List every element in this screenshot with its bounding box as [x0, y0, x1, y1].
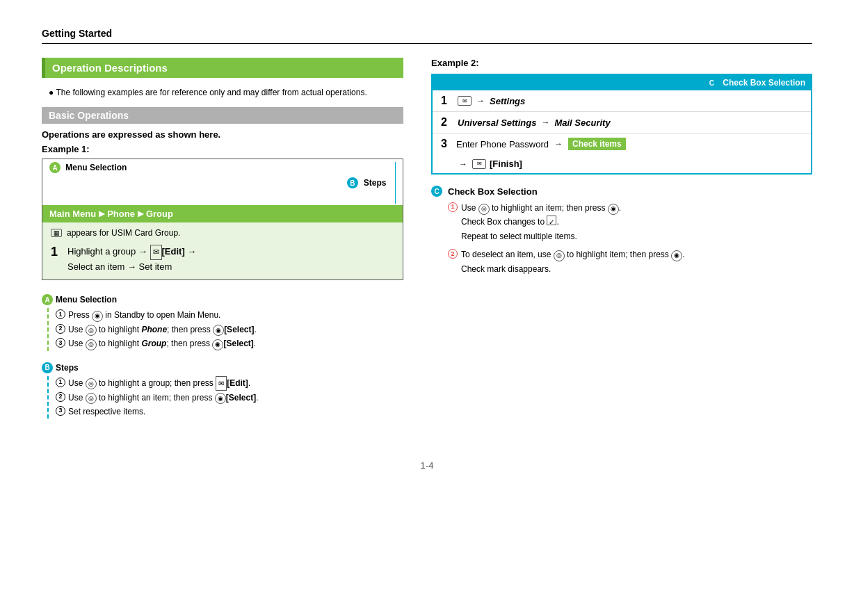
example2-box-title: Check Box Selection	[723, 78, 805, 88]
row2-text1: Universal Settings	[458, 117, 536, 128]
menu-bar: Main Menu ▶ Phone ▶ Group	[42, 205, 403, 222]
example1-intro-bold: Operations are expressed as shown here.	[42, 129, 403, 140]
checkbox-checked: ✓	[547, 216, 556, 225]
row3-line2: → ✉ [Finish]	[441, 159, 522, 169]
example2-row2: 2 Universal Settings → Mail Security	[433, 112, 811, 133]
nav-btn-b2: ◎	[86, 393, 97, 404]
left-column: Operation Descriptions The following exa…	[42, 58, 403, 419]
c-item2: 2 To deselect an item, use ◎ to highligh…	[448, 248, 812, 276]
section-label: Operation Descriptions	[52, 62, 168, 74]
select-btn-a3: ◉	[212, 339, 223, 350]
example2-row1: 1 ✉ → Settings	[433, 90, 811, 112]
basic-label: Basic Operations	[49, 110, 129, 121]
section-c-text: Check Box Selection	[448, 186, 538, 197]
header-a-label: Menu Selection	[65, 163, 127, 172]
annotation-a-section: A Menu Selection 1 Press ◉ in Standby to…	[42, 294, 403, 350]
example1-intro: Example 1:	[42, 144, 403, 154]
annotation-a-label: A Menu Selection	[42, 294, 403, 305]
menu-group: Group	[146, 209, 173, 219]
badge-c-section: C	[431, 186, 442, 197]
c-item1: 1 Use ◎ to highlight an item; then press…	[448, 201, 812, 243]
step1-text: Highlight a group → ✉[Edit] → Select an …	[67, 245, 196, 274]
section-operation-descriptions: Operation Descriptions	[42, 58, 403, 78]
page-footer: 1-4	[42, 460, 812, 471]
example1-box-header: A Menu Selection B Steps	[42, 159, 403, 205]
row3-line1: 3 Enter Phone Password → Check items	[441, 138, 626, 150]
usim-text: appears for USIM Card Group.	[67, 228, 180, 238]
row3-text1: Enter Phone Password	[456, 139, 549, 149]
row3-finish: [Finish]	[490, 159, 522, 169]
label-a-container: A Menu Selection	[49, 162, 127, 204]
usim-icon: ▦	[51, 229, 62, 237]
step1-row: 1 Highlight a group → ✉[Edit] → Select a…	[51, 245, 394, 274]
edit-button-icon: ✉	[150, 245, 162, 260]
example2-box-header: C Check Box Selection	[433, 75, 811, 90]
anno-a-item1: 1 Press ◉ in Standby to open Main Menu.	[56, 308, 403, 322]
example2-label: Example 2:	[431, 58, 812, 68]
step1-num: 1	[51, 245, 62, 260]
nav-btn-c2: ◎	[554, 250, 565, 261]
row2-step: 2	[441, 116, 452, 129]
section-basic-operations: Basic Operations	[42, 107, 403, 124]
anno-b-item2: 2 Use ◎ to highlight an item; then press…	[56, 391, 403, 405]
page-title: Getting Started	[42, 28, 812, 44]
usim-text-row: ▦ appears for USIM Card Group.	[51, 228, 394, 238]
example1-box: A Menu Selection B Steps Main Menu ▶ Pho…	[42, 159, 403, 280]
menu-arrow1: ▶	[99, 209, 104, 218]
row3-highlight: Check items	[568, 138, 626, 150]
row1-mail-icon: ✉	[458, 96, 472, 106]
row1-step: 1	[441, 95, 452, 107]
badge-a: A	[49, 162, 61, 173]
example1-body: ▦ appears for USIM Card Group. 1 Highlig…	[42, 222, 403, 279]
annotation-b-section: B Steps 1 Use ◎ to highlight a group; th…	[42, 362, 403, 419]
page-number: 1-4	[421, 460, 434, 471]
row3-mail-icon: ✉	[472, 159, 486, 169]
row2-text2: Mail Security	[554, 117, 610, 128]
annotation-b-label: B Steps	[42, 362, 403, 373]
row3-step: 3	[441, 138, 452, 150]
row3-arrow1: →	[554, 139, 563, 149]
badge-c-header: C	[706, 77, 717, 88]
nav-btn-a3: ◎	[86, 339, 97, 350]
nav-btn-c1: ◎	[478, 204, 490, 215]
row1-content: ✉ → Settings	[458, 96, 525, 106]
section-c-label: C Check Box Selection	[431, 186, 812, 197]
confirm-btn-c1: ◉	[608, 204, 619, 215]
anno-b-item1: 1 Use ◎ to highlight a group; then press…	[56, 376, 403, 391]
header-b-label: Steps	[364, 178, 387, 188]
anno-a-item3: 3 Use ◎ to highlight Group; then press ◉…	[56, 337, 403, 350]
anno-b-item3: 3 Set respective items.	[56, 405, 403, 419]
row2-content: Universal Settings → Mail Security	[458, 117, 611, 128]
row1-arrow: →	[476, 96, 485, 106]
annotation-b-items: 1 Use ◎ to highlight a group; then press…	[47, 376, 403, 419]
badge-b-anno: B	[42, 362, 53, 373]
right-column: Example 2: C Check Box Selection 1 ✉ → S…	[431, 58, 812, 419]
steps-line-indicator	[395, 162, 396, 204]
confirm-btn-c2: ◉	[671, 250, 682, 261]
badge-b: B	[347, 177, 358, 188]
menu-arrow2: ▶	[138, 209, 143, 218]
row3-arrow2: →	[459, 159, 467, 169]
c-annotation: 1 Use ◎ to highlight an item; then press…	[448, 201, 812, 276]
nav-btn-b1: ◎	[86, 378, 97, 389]
badge-a-anno: A	[42, 294, 53, 305]
anno-a-item2: 2 Use ◎ to highlight Phone; then press ◉…	[56, 323, 403, 337]
operation-bullet: The following examples are for reference…	[49, 86, 403, 99]
menu-main: Main Menu	[49, 209, 96, 219]
label-b-container: B Steps	[347, 162, 396, 204]
row1-text: Settings	[490, 96, 525, 106]
select-btn-b2: ◉	[215, 393, 226, 404]
standby-btn: ◉	[92, 311, 103, 322]
annotation-a-items: 1 Press ◉ in Standby to open Main Menu. …	[47, 308, 403, 350]
nav-btn-a2: ◎	[86, 325, 97, 336]
example2-box: C Check Box Selection 1 ✉ → Settings 2 U…	[431, 74, 812, 175]
edit-btn-b1: ✉	[216, 376, 227, 391]
select-btn-a2: ◉	[213, 325, 224, 336]
page-header: Getting Started	[42, 28, 812, 44]
example2-row3: 3 Enter Phone Password → Check items → ✉…	[433, 133, 811, 173]
row2-arrow: →	[541, 117, 549, 127]
menu-phone: Phone	[107, 209, 135, 219]
